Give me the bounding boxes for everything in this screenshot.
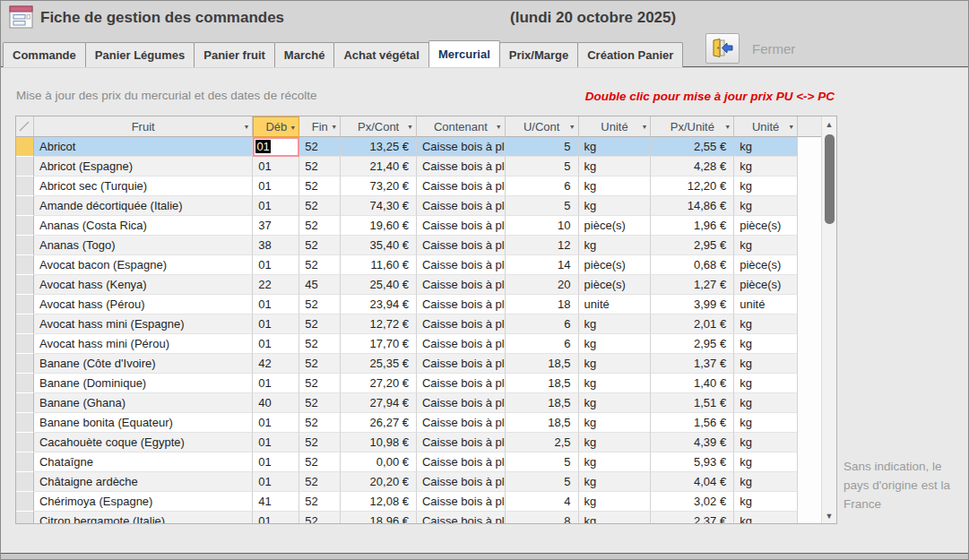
cell-unite[interactable]: unité: [579, 295, 652, 314]
scrollbar-thumb[interactable]: [825, 134, 835, 224]
cell-px-unite[interactable]: 2,95 €: [651, 334, 734, 354]
cell-fruit[interactable]: Banane (Côte d'Ivoire): [34, 354, 253, 374]
cell-fin[interactable]: 52: [299, 433, 341, 452]
cell-fin[interactable]: 52: [299, 196, 341, 216]
cell-unite-2[interactable]: kg: [734, 393, 798, 413]
cell-fin[interactable]: 52: [299, 354, 341, 374]
cell-px-unite[interactable]: 1,40 €: [651, 374, 734, 393]
row-selector[interactable]: [16, 157, 34, 177]
cell-fin[interactable]: 52: [299, 393, 341, 413]
cell-unite-2[interactable]: kg: [734, 472, 798, 492]
cell-deb[interactable]: 40: [253, 393, 299, 413]
cell-deb[interactable]: 01: [253, 512, 299, 523]
cell-u-cont[interactable]: 18,5: [506, 393, 579, 413]
cell-fruit[interactable]: Avocat hass (Pérou): [34, 295, 253, 314]
column-header-px-cont[interactable]: Px/Cont▼: [341, 116, 417, 137]
cell-fin[interactable]: 52: [299, 413, 341, 433]
cell-u-cont[interactable]: 10: [506, 216, 579, 236]
cell-fin[interactable]: 52: [299, 255, 341, 275]
cell-px-unite[interactable]: 1,56 €: [651, 413, 734, 433]
cell-u-cont[interactable]: 18,5: [506, 374, 579, 393]
cell-px-cont[interactable]: 27,94 €: [341, 393, 417, 413]
cell-fruit[interactable]: Banane bonita (Equateur): [34, 413, 253, 433]
filter-dropdown-icon[interactable]: ▼: [724, 124, 731, 130]
filter-dropdown-icon[interactable]: ▼: [641, 124, 647, 130]
cell-px-cont[interactable]: 73,20 €: [341, 177, 417, 196]
cell-fin[interactable]: 52: [299, 512, 341, 523]
cell-u-cont[interactable]: 6: [506, 177, 579, 196]
cell-fin[interactable]: 52: [299, 236, 341, 255]
cell-px-cont[interactable]: 11,60 €: [341, 255, 417, 275]
cell-px-unite[interactable]: 1,96 €: [651, 216, 734, 236]
cell-contenant[interactable]: Caisse bois à pla: [417, 255, 506, 275]
cell-px-unite[interactable]: 3,99 €: [651, 295, 734, 314]
cell-unite[interactable]: kg: [579, 413, 652, 433]
cell-unite[interactable]: kg: [579, 137, 652, 157]
cell-u-cont[interactable]: 6: [506, 334, 579, 354]
cell-u-cont[interactable]: 2,5: [506, 433, 579, 452]
cell-fruit[interactable]: Ananas (Togo): [34, 236, 253, 255]
cell-unite[interactable]: kg: [579, 236, 652, 255]
row-selector[interactable]: [16, 433, 34, 452]
cell-fin[interactable]: 52: [299, 216, 341, 236]
column-header-unite[interactable]: Unité▼: [579, 116, 652, 137]
cell-fruit[interactable]: Chataîgne: [34, 452, 253, 472]
row-selector[interactable]: [16, 374, 34, 393]
cell-unite-2[interactable]: kg: [734, 354, 798, 374]
column-header-fruit[interactable]: Fruit▼: [34, 116, 253, 137]
cell-contenant[interactable]: Caisse bois à pla: [417, 492, 506, 512]
cell-unite[interactable]: kg: [579, 314, 652, 334]
cell-fruit[interactable]: Châtaigne ardèche: [34, 472, 253, 492]
cell-u-cont[interactable]: 14: [506, 255, 579, 275]
row-selector[interactable]: [16, 393, 34, 413]
row-selector[interactable]: [16, 275, 34, 295]
cell-u-cont[interactable]: 5: [506, 157, 579, 177]
cell-deb[interactable]: 01: [253, 157, 299, 177]
cell-unite-2[interactable]: kg: [734, 137, 798, 157]
filter-dropdown-icon[interactable]: ▼: [243, 124, 249, 130]
cell-unite[interactable]: pièce(s): [579, 275, 652, 295]
cell-px-cont[interactable]: 17,70 €: [341, 334, 417, 354]
cell-px-unite[interactable]: 2,01 €: [651, 314, 734, 334]
row-selector[interactable]: [16, 177, 34, 196]
cell-px-unite[interactable]: 4,39 €: [651, 433, 734, 452]
cell-contenant[interactable]: Caisse bois à pla: [417, 196, 506, 216]
cell-unite-2[interactable]: unité: [734, 295, 798, 314]
select-all-corner[interactable]: [16, 116, 34, 137]
tab-march-[interactable]: Marché: [274, 42, 335, 67]
cell-px-unite[interactable]: 2,37 €: [651, 512, 734, 523]
cell-deb[interactable]: 01: [253, 255, 299, 275]
cell-unite-2[interactable]: kg: [734, 452, 798, 472]
cell-u-cont[interactable]: 5: [506, 452, 579, 472]
cell-contenant[interactable]: Caisse bois à pla: [417, 236, 506, 255]
row-selector[interactable]: [16, 354, 34, 374]
cell-px-unite[interactable]: 3,02 €: [651, 492, 734, 512]
cell-u-cont[interactable]: 8: [506, 512, 579, 523]
cell-unite[interactable]: kg: [579, 472, 652, 492]
row-selector[interactable]: [16, 196, 34, 216]
column-header-deb[interactable]: Déb▼: [253, 116, 299, 137]
row-selector[interactable]: [16, 137, 34, 157]
cell-fruit[interactable]: Banane (Dominique): [34, 374, 253, 393]
cell-contenant[interactable]: Caisse bois à pla: [417, 137, 506, 157]
cell-fin[interactable]: 52: [299, 492, 341, 512]
tab-cr-ation-panier[interactable]: Création Panier: [577, 42, 683, 67]
row-selector[interactable]: [16, 413, 34, 433]
cell-u-cont[interactable]: 5: [506, 137, 579, 157]
tab-panier-l-gumes[interactable]: Panier Légumes: [85, 42, 195, 67]
cell-px-cont[interactable]: 35,40 €: [341, 236, 417, 255]
cell-unite-2[interactable]: pièce(s): [734, 255, 798, 275]
cell-fruit[interactable]: Cacahouète coque (Egypte): [34, 433, 253, 452]
cell-deb[interactable]: 38: [253, 236, 299, 255]
cell-unite[interactable]: kg: [579, 512, 652, 523]
cell-deb[interactable]: 01: [253, 472, 299, 492]
cell-deb[interactable]: 01: [253, 334, 299, 354]
cell-fruit[interactable]: Abricot: [34, 137, 253, 157]
cell-fin[interactable]: 52: [299, 157, 341, 177]
cell-fruit[interactable]: Avocat hass mini (Espagne): [34, 314, 253, 334]
cell-contenant[interactable]: Caisse bois à pla: [417, 177, 506, 196]
cell-px-unite[interactable]: 4,28 €: [651, 157, 734, 177]
cell-fruit[interactable]: Avocat bacon (Espagne): [34, 255, 253, 275]
cell-unite-2[interactable]: kg: [734, 374, 798, 393]
cell-deb[interactable]: 01: [253, 196, 299, 216]
